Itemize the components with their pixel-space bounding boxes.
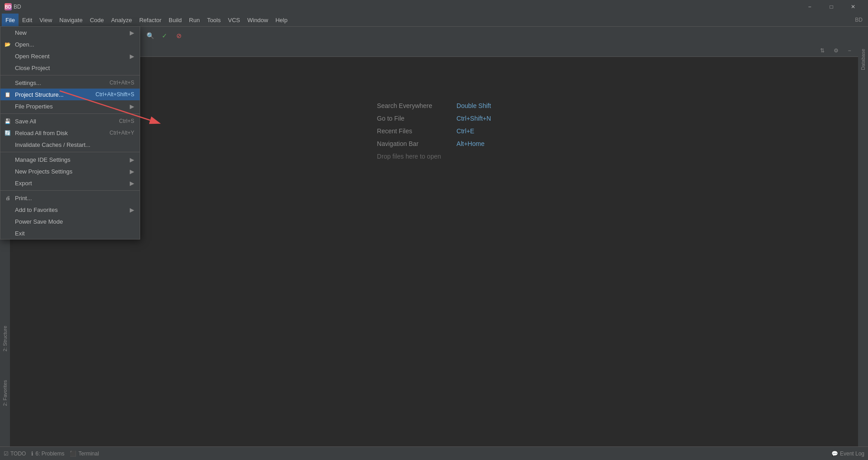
title-bar: BD BD − □ ✕ [0,0,868,14]
menu-item-run[interactable]: Run [185,14,203,26]
event-log-icon: 💬 [831,451,838,457]
status-todo[interactable]: ☑ TODO [4,451,26,457]
terminal-icon: ⬛ [70,451,76,457]
right-sidebar: Database [858,44,868,446]
close-button[interactable]: ✕ [843,0,863,14]
separator-4 [0,190,140,191]
file-properties-arrow-icon: ▶ [130,103,134,110]
hint-navigation-bar: Navigation Bar Alt+Home [377,140,491,147]
title-bar-controls: − □ ✕ [799,0,863,14]
menu-bar: File Edit View Navigate Code Analyze Ref… [0,14,868,26]
minimize-button[interactable]: − [799,0,820,14]
project-structure-icon: 📋 [4,91,11,98]
menu-project-structure[interactable]: 📋 Project Structure... Ctrl+Alt+Shift+S [0,89,140,100]
menu-manage-ide-label: Manage IDE Settings [15,156,130,163]
menu-close-project[interactable]: Close Project [0,62,140,74]
status-event-log[interactable]: 💬 Event Log [831,451,864,457]
menu-open-recent[interactable]: Open Recent ▶ [0,50,140,62]
menu-item-tools[interactable]: Tools [203,14,224,26]
menu-open[interactable]: 📂 Open... [0,38,140,50]
menu-item-analyze[interactable]: Analyze [108,14,136,26]
problems-icon: ℹ [31,451,33,457]
menu-save-all-label: Save All [15,118,119,125]
menu-manage-ide[interactable]: Manage IDE Settings ▶ [0,154,140,165]
status-bar-right: 💬 Event Log [831,451,864,457]
separator-1 [0,75,140,75]
menu-item-code[interactable]: Code [86,14,108,26]
problems-label: 6: Problems [35,451,64,457]
status-problems[interactable]: ℹ 6: Problems [31,451,64,457]
hint-search-everywhere: Search Everywhere Double Shift [377,102,491,109]
menu-print-label: Print... [15,195,134,202]
menu-file-properties[interactable]: File Properties ▶ [0,100,140,112]
add-favorites-arrow-icon: ▶ [130,207,134,213]
menu-item-view[interactable]: View [36,14,56,26]
menu-item-help[interactable]: Help [272,14,291,26]
recent-files-shortcut: Ctrl+E [457,127,474,135]
menu-new-projects-settings[interactable]: New Projects Settings ▶ [0,165,140,177]
toolbar-btn-search[interactable]: 🔍 [144,29,156,42]
menu-exit[interactable]: Exit [0,227,140,239]
menu-invalidate[interactable]: Invalidate Caches / Restart... [0,139,140,150]
menu-item-navigate[interactable]: Navigate [56,14,86,26]
menu-add-favorites-label: Add to Favorites [15,207,130,213]
menu-print[interactable]: 🖨 Print... [0,192,140,204]
menu-add-favorites[interactable]: Add to Favorites ▶ [0,204,140,216]
title-bar-title: BD [14,4,21,10]
go-to-file-label: Go to File [377,115,449,122]
nav-bar-shortcut: Alt+Home [457,140,485,147]
panel-btn-minimize[interactable]: − [844,46,854,56]
print-icon: 🖨 [4,194,11,202]
panel-btn-sort[interactable]: ⇅ [817,46,827,56]
menu-item-edit[interactable]: Edit [19,14,36,26]
todo-label: TODO [10,451,26,457]
panel-btn-settings[interactable]: ⚙ [831,46,841,56]
reload-shortcut: Ctrl+Alt+Y [109,130,134,136]
hint-recent-files: Recent Files Ctrl+E [377,127,491,135]
welcome-hints: Search Everywhere Double Shift Go to Fil… [377,102,491,160]
menu-power-save-label: Power Save Mode [15,218,134,225]
menu-project-structure-label: Project Structure... [15,91,95,98]
save-all-shortcut: Ctrl+S [119,118,134,124]
sidebar-tab-favorites[interactable]: 2: Favorites [0,376,9,410]
hint-drop-files: Drop files here to open [377,153,491,160]
app-icon: BD [5,3,12,10]
toolbar-btn-cancel[interactable]: ⊘ [173,29,185,42]
menu-item-window[interactable]: Window [244,14,272,26]
sidebar-tab-structure[interactable]: 2: Structure [0,321,9,356]
maximize-button[interactable]: □ [821,0,842,14]
menu-item-build[interactable]: Build [165,14,185,26]
export-arrow-icon: ▶ [130,180,134,187]
save-icon: 💾 [4,117,11,125]
menu-power-save[interactable]: Power Save Mode [0,216,140,227]
menu-app-title: BD [855,17,866,23]
status-bar: ☑ TODO ℹ 6: Problems ⬛ Terminal 💬 Event … [0,446,868,460]
status-terminal[interactable]: ⬛ Terminal [70,451,99,457]
search-everywhere-label: Search Everywhere [377,102,449,109]
menu-invalidate-label: Invalidate Caches / Restart... [15,141,134,148]
project-structure-shortcut: Ctrl+Alt+Shift+S [95,91,134,98]
new-arrow-icon: ▶ [130,29,134,36]
hint-go-to-file: Go to File Ctrl+Shift+N [377,115,491,122]
go-to-file-shortcut: Ctrl+Shift+N [457,115,491,122]
file-dropdown-menu: New ▶ 📂 Open... Open Recent ▶ Close Proj… [0,26,140,239]
menu-reload[interactable]: 🔄 Reload All from Disk Ctrl+Alt+Y [0,127,140,139]
menu-close-project-label: Close Project [15,65,134,71]
menu-reload-label: Reload All from Disk [15,130,109,136]
menu-new[interactable]: New ▶ [0,27,140,38]
menu-item-vcs[interactable]: VCS [224,14,244,26]
open-folder-icon: 📂 [4,41,11,48]
menu-save-all[interactable]: 💾 Save All Ctrl+S [0,115,140,127]
menu-open-label: Open... [15,41,134,48]
menu-item-refactor[interactable]: Refactor [136,14,165,26]
sidebar-tab-database[interactable]: Database [859,44,868,75]
separator-3 [0,152,140,152]
search-everywhere-shortcut: Double Shift [457,102,491,109]
toolbar-btn-check[interactable]: ✓ [158,29,171,42]
menu-exit-label: Exit [15,230,134,237]
manage-ide-arrow-icon: ▶ [130,156,134,163]
menu-settings[interactable]: Settings... Ctrl+Alt+S [0,77,140,89]
title-bar-left: BD BD [5,3,21,10]
menu-export[interactable]: Export ▶ [0,177,140,189]
menu-item-file[interactable]: File [2,14,19,26]
